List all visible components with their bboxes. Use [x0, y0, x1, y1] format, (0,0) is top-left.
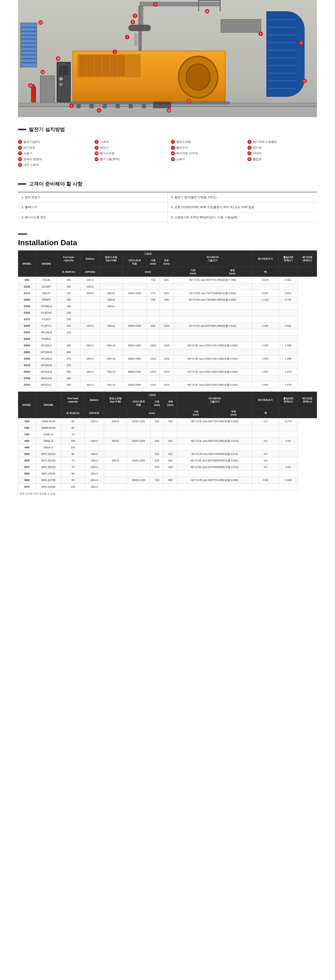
table-cell: 배기더트 size:450*500H(PAD포함 h:550) — [177, 457, 252, 464]
item-num-5: 5 — [18, 146, 22, 150]
th-intake-unit — [278, 267, 298, 277]
diagram-label-7: 7 — [125, 35, 129, 40]
table-cell — [123, 296, 146, 303]
main-data-table-wrapper: MODEL ENGINE Fuel tankcapacity Battery 방… — [18, 250, 317, 388]
table-cell: WP4.1054E — [36, 471, 61, 477]
section-accent-2 — [18, 183, 26, 185]
th-rad-h: 세로(mm) — [213, 267, 252, 277]
table-cell: DP222LA — [36, 368, 57, 375]
table-cell: 100×2 — [85, 438, 104, 444]
table-cell: DP158LC — [36, 342, 57, 349]
customer-row: 3. 배기가스용 연도6. 소방감시반 조작선 6P(성타감시, 시동, 시동실… — [18, 212, 317, 222]
table-cell: DP180LA — [36, 355, 57, 362]
th-model: MODEL — [18, 251, 36, 277]
table-cell — [146, 329, 160, 336]
table-cell — [278, 316, 298, 323]
table-cell: W70 — [18, 484, 36, 490]
muffler — [128, 25, 151, 31]
table-cell: D360 — [18, 329, 36, 336]
table-cell: 930 — [146, 323, 160, 329]
item-text-17: 내진 스토퍼 — [24, 162, 39, 167]
table-row: H55D4AK-G100100×2350×42500×1200540630배기더… — [18, 438, 317, 444]
table-cell: 635 — [160, 277, 173, 283]
table-cell: W20 — [18, 451, 36, 457]
diagram-label-15: 15 — [28, 83, 33, 88]
table-row: H35D488-AG4960 — [18, 425, 317, 431]
table-cell — [160, 336, 173, 342]
table-cell — [104, 471, 127, 477]
table-row: W37WP2.3D47E70100×1570510배기더트 size:510*4… — [18, 464, 317, 471]
item-num-9: 9 — [18, 151, 22, 155]
table-cell: H60 — [18, 444, 36, 450]
table-cell: 1310 — [146, 382, 160, 388]
table-cell: 배기더트 size:1250*116H (PAD포함 h:500) — [173, 342, 252, 349]
table-cell: 100 — [61, 438, 84, 444]
table-cell — [160, 375, 173, 382]
customer-table: 1. 정의 반입구4. 발전기 접지(발전기/판넬, 2개소)2. 흡/배기구5… — [18, 192, 317, 223]
item-text-1: 발전기(설비) — [24, 140, 40, 144]
table-row: D90D1146160120×2710635배기더트 size:650*57H … — [18, 277, 317, 283]
installation-method-title: 발전기 설치방법 — [29, 126, 65, 133]
table-cell: D4AK-G — [36, 438, 61, 444]
table-cell — [252, 484, 279, 490]
table-cell: 3200×1500 — [123, 290, 146, 296]
item-num-17: 17 — [18, 163, 22, 167]
table-cell: 3500×1900 — [123, 342, 146, 349]
table-cell: 60 — [61, 418, 84, 425]
item-text-6: 캔바스 — [100, 145, 109, 150]
table-cell: 0.34 — [279, 464, 298, 471]
table-cell — [146, 362, 160, 368]
table-row: D200P086TI190650×6790940배기더트 size:730*88… — [18, 296, 317, 303]
th-battery: Battery — [80, 251, 100, 267]
bellows — [135, 33, 139, 46]
table-cell: 140 — [61, 484, 84, 490]
table-cell: 배기더트 size:730*88H (PAD포함 h:650) — [173, 296, 252, 303]
item-text-4: 배기덕트·소음챔버 — [253, 140, 277, 144]
table-cell — [173, 375, 252, 382]
table-cell: H40 — [18, 431, 36, 438]
table-cell: 200×2 — [80, 368, 100, 375]
table-cell: 190 — [57, 309, 80, 316]
table-row: D400P158LE — [18, 336, 317, 342]
table-cell: 510 — [151, 451, 164, 457]
th-engine: ENGINE — [36, 251, 57, 277]
table-cell: 350×4 — [104, 418, 127, 425]
table-cell: 0.631 — [278, 290, 298, 296]
table-cell: 190 — [57, 303, 80, 309]
table-cell: 750×10 — [100, 382, 122, 388]
table-cell — [279, 444, 298, 450]
table-cell — [146, 309, 160, 316]
customer-right: 6. 소방감시반 조작선 6P(성타감시, 시동, 시동실패) — [167, 212, 317, 222]
table-cell — [123, 336, 146, 342]
table-cell — [100, 349, 122, 355]
table-note: * 현장 조건에 따라 변경될 수 있음 — [18, 492, 317, 495]
table-cell: 200×2 — [80, 355, 100, 362]
table-cell: 0.947 — [252, 290, 279, 296]
section-accent — [18, 129, 26, 130]
install-item-11: 11배기더트 지지대 — [171, 151, 241, 156]
table-cell: 300 — [57, 342, 80, 349]
table-cell: 770 — [146, 290, 160, 296]
table-cell: 450×4 — [85, 477, 104, 484]
table-cell: 350×4 — [104, 438, 127, 444]
item-text-3: 방진스프링 — [176, 140, 191, 144]
table-cell — [173, 329, 252, 336]
item-text-8: 배기관 — [253, 145, 262, 150]
th2-base: 기초대 — [127, 392, 177, 398]
table-cell — [104, 425, 127, 431]
item-num-10: 10 — [95, 151, 98, 155]
table-cell — [160, 362, 173, 368]
table-cell — [146, 375, 160, 382]
table-cell: 배기더트 size:1250*145H (PAD포함 h:540) — [173, 368, 252, 375]
customer-row: 1. 정의 반입구4. 발전기 접지(발전기/판넬, 2개소) — [18, 192, 317, 202]
table-cell: D400 — [18, 336, 36, 342]
table-cell: WP2.3D32E — [36, 457, 61, 464]
table-cell: 370 — [57, 355, 80, 362]
th-base-std: 내각스토퍼적용 — [123, 257, 146, 267]
table-cell — [160, 303, 173, 309]
table-cell: D275 — [18, 316, 36, 323]
diagram-label-1: 1 — [113, 49, 117, 54]
th2-battery: Battery — [85, 392, 104, 408]
diagram-label-3: 3 — [97, 108, 101, 113]
table-cell — [278, 375, 298, 382]
